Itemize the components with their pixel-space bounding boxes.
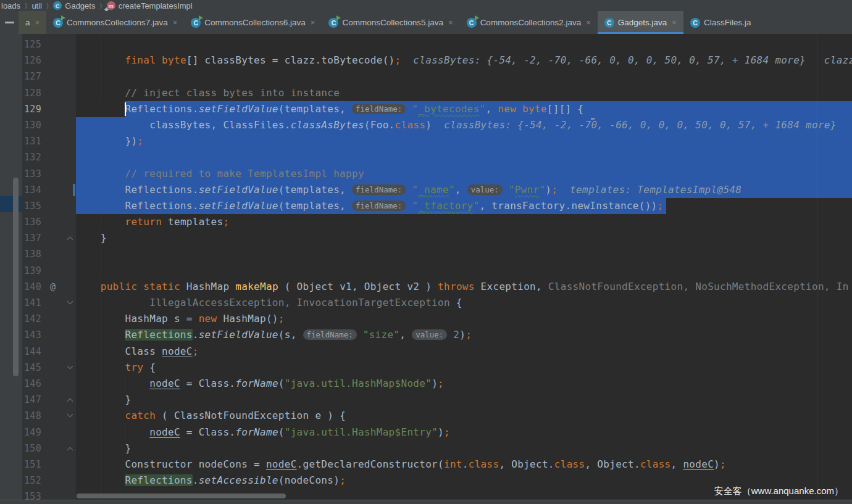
code-line[interactable]: 141 IllegalAccessException, InvocationTa…: [22, 295, 852, 311]
fold-chevron-up-icon[interactable]: [67, 237, 73, 243]
code-line[interactable]: 131 });: [22, 133, 852, 149]
line-number[interactable]: 152: [22, 473, 41, 489]
line-number[interactable]: 135: [22, 198, 41, 214]
line-number[interactable]: 137: [22, 230, 41, 246]
code-text[interactable]: [76, 246, 852, 262]
code-text[interactable]: return templates;: [76, 214, 852, 230]
line-number[interactable]: 138: [22, 246, 41, 262]
line-number[interactable]: 140: [22, 279, 41, 295]
breadcrumb-item-createTemplatesImpl[interactable]: mcreateTemplatesImpl: [107, 1, 193, 10]
code-text[interactable]: // inject class bytes into instance: [76, 85, 852, 101]
code-text[interactable]: Reflections.setFieldValue(templates, fie…: [76, 101, 852, 117]
tab-close-icon[interactable]: ×: [35, 18, 40, 27]
line-number[interactable]: 153: [22, 489, 41, 500]
breadcrumb-item-loads[interactable]: loads: [1, 1, 20, 10]
code-text[interactable]: }: [76, 392, 852, 408]
code-text[interactable]: Reflections.setFieldValue(s, fieldName: …: [76, 327, 852, 343]
code-text[interactable]: HashMap s = new HashMap();: [76, 311, 852, 327]
line-number[interactable]: 144: [22, 344, 41, 360]
line-number[interactable]: 136: [22, 214, 41, 230]
fold-chevron-up-icon[interactable]: [67, 447, 73, 453]
code-text[interactable]: try {: [76, 360, 852, 376]
tab-close-icon[interactable]: ×: [311, 18, 315, 27]
code-line[interactable]: 132: [22, 149, 852, 165]
code-line[interactable]: 140@ public static HashMap makeMap ( Obj…: [22, 279, 852, 295]
code-text[interactable]: [76, 36, 852, 52]
code-line[interactable]: 149 nodeC = Class.forName("java.util.Has…: [22, 424, 852, 440]
code-line[interactable]: 150 }: [22, 440, 852, 456]
code-line[interactable]: 145 try {: [22, 360, 852, 376]
tab-Gadgets.java[interactable]: CGadgets.java×: [598, 11, 683, 34]
code-line[interactable]: 130 classBytes, ClassFiles.classAsBytes(…: [22, 117, 852, 133]
code-line[interactable]: 148 catch ( ClassNotFoundException e ) {: [22, 408, 852, 424]
tab-CommonsCollections5.java[interactable]: CCommonsCollections5.java×: [322, 11, 459, 34]
line-number[interactable]: 131: [22, 133, 41, 149]
code-line[interactable]: 147 }: [22, 392, 852, 408]
tab-CommonsCollections2.java[interactable]: CCommonsCollections2.java×: [460, 11, 598, 34]
code-line[interactable]: 135 Reflections.setFieldValue(templates,…: [22, 198, 852, 214]
code-line[interactable]: 126 final byte[] classBytes = clazz.toBy…: [22, 52, 852, 68]
line-number[interactable]: 146: [22, 376, 41, 392]
code-text[interactable]: }: [76, 230, 852, 246]
line-number[interactable]: 127: [22, 68, 41, 85]
tab-close-icon[interactable]: ×: [448, 18, 453, 27]
code-line[interactable]: 129 Reflections.setFieldValue(templates,…: [22, 101, 852, 117]
code-text[interactable]: final byte[] classBytes = clazz.toByteco…: [76, 52, 852, 68]
line-number[interactable]: 150: [22, 440, 41, 456]
tab-CommonsCollections7.java[interactable]: CCommonsCollections7.java×: [46, 11, 184, 34]
code-line[interactable]: 133 // required to make TemplatesImpl ha…: [22, 166, 852, 182]
code-text[interactable]: [76, 149, 852, 165]
line-number[interactable]: 141: [22, 295, 41, 311]
tab-a[interactable]: a×: [19, 11, 46, 34]
code-editor[interactable]: 125126 final byte[] classBytes = clazz.t…: [22, 34, 852, 500]
line-number[interactable]: 143: [22, 327, 41, 343]
code-line[interactable]: 134 Reflections.setFieldValue(templates,…: [22, 182, 852, 198]
tab-close-icon[interactable]: ×: [173, 18, 178, 27]
line-number[interactable]: 149: [22, 424, 41, 440]
code-line[interactable]: 127: [22, 68, 852, 85]
code-text[interactable]: Class nodeC;: [76, 344, 852, 360]
code-text[interactable]: IllegalAccessException, InvocationTarget…: [76, 295, 852, 311]
fold-chevron-down-icon[interactable]: [67, 363, 73, 369]
line-number[interactable]: 128: [22, 85, 41, 101]
code-text[interactable]: // required to make TemplatesImpl happy: [76, 166, 852, 182]
line-number[interactable]: 134: [22, 182, 41, 198]
tab-ClassFiles.ja[interactable]: CClassFiles.ja: [683, 11, 758, 34]
line-number[interactable]: 151: [22, 456, 41, 473]
code-text[interactable]: nodeC = Class.forName("java.util.HashMap…: [76, 376, 852, 392]
fold-chevron-up-icon[interactable]: [67, 399, 73, 405]
line-number[interactable]: 130: [22, 117, 41, 133]
line-number[interactable]: 133: [22, 166, 41, 182]
code-line[interactable]: 142 HashMap s = new HashMap();: [22, 311, 852, 327]
minimize-icon[interactable]: [0, 11, 19, 34]
code-text[interactable]: nodeC = Class.forName("java.util.HashMap…: [76, 424, 852, 440]
line-number[interactable]: 139: [22, 263, 41, 279]
line-number[interactable]: 145: [22, 360, 41, 376]
code-text[interactable]: [76, 263, 852, 279]
code-text[interactable]: catch ( ClassNotFoundException e ) {: [76, 408, 852, 424]
code-line[interactable]: 139: [22, 263, 852, 279]
tab-close-icon[interactable]: ×: [586, 18, 591, 27]
code-line[interactable]: 143 Reflections.setFieldValue(s, fieldNa…: [22, 327, 852, 343]
tab-close-icon[interactable]: ×: [672, 18, 677, 27]
code-text[interactable]: Constructor nodeCons = nodeC.getDeclared…: [76, 456, 852, 473]
code-line[interactable]: 137 }: [22, 230, 852, 246]
tool-strip-scrollbar[interactable]: [13, 178, 19, 376]
code-line[interactable]: 128 // inject class bytes into instance: [22, 85, 852, 101]
line-number[interactable]: 129: [22, 101, 41, 117]
code-line[interactable]: 146 nodeC = Class.forName("java.util.Has…: [22, 376, 852, 392]
code-text[interactable]: classBytes, ClassFiles.classAsBytes(Foo.…: [76, 117, 852, 133]
code-line[interactable]: 138: [22, 246, 852, 262]
line-number[interactable]: 147: [22, 392, 41, 408]
code-text[interactable]: Reflections.setFieldValue(templates, fie…: [76, 182, 852, 198]
breadcrumb-item-util[interactable]: util: [31, 1, 42, 10]
code-text[interactable]: });: [76, 133, 852, 149]
line-number[interactable]: 126: [22, 52, 41, 68]
code-text[interactable]: Reflections.setFieldValue(templates, fie…: [76, 198, 852, 214]
line-number[interactable]: 125: [22, 36, 41, 52]
code-line[interactable]: 144 Class nodeC;: [22, 344, 852, 360]
code-text[interactable]: [76, 68, 852, 85]
code-line[interactable]: 151 Constructor nodeCons = nodeC.getDecl…: [22, 456, 852, 473]
code-line[interactable]: 136 return templates;: [22, 214, 852, 230]
code-text[interactable]: }: [76, 440, 852, 456]
